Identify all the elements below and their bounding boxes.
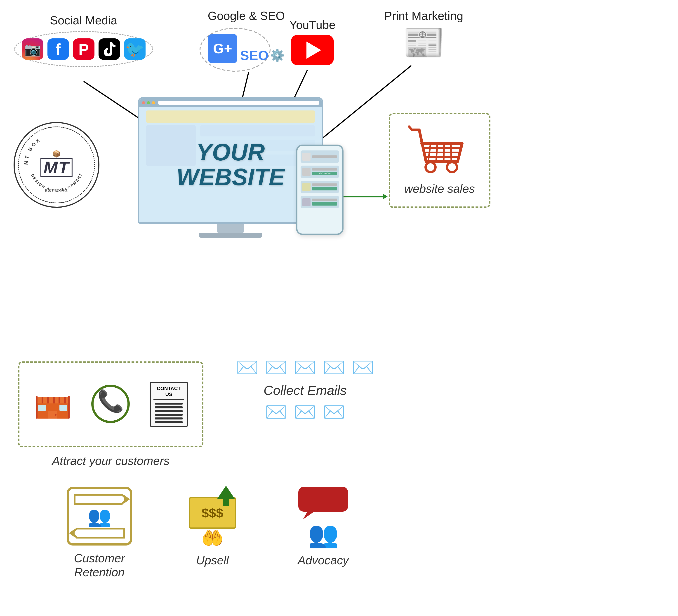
- customer-retention-label: Customer Retention: [74, 551, 125, 579]
- svg-point-21: [425, 162, 436, 172]
- phone-circle-icon: 📞: [91, 384, 130, 425]
- svg-rect-33: [38, 405, 46, 411]
- svg-point-10: [200, 28, 270, 71]
- attract-customers-section: 📞 CONTACT US: [18, 361, 203, 447]
- mt-box-logo: MT BOX DESIGN & DEVELOPMENT 📦 MT EST 200…: [13, 122, 100, 208]
- envelope-8: ✉️: [323, 401, 345, 423]
- email-icons-row1: ✉️ ✉️ ✉️ ✉️ ✉️: [226, 357, 384, 378]
- phone-item-1: [301, 151, 339, 163]
- phone-item-4: [301, 196, 339, 208]
- upsell-graphic: $$$ 🤲: [183, 486, 242, 549]
- tiktok-icon: [99, 38, 120, 60]
- store-icon: [33, 385, 72, 424]
- monitor-topbar: [139, 98, 322, 107]
- svg-line-17: [428, 144, 430, 161]
- svg-rect-34: [60, 405, 67, 411]
- add-cart-btn-1[interactable]: ADD to Cart: [312, 172, 337, 175]
- email-icons-row2: ✉️ ✉️ ✉️: [226, 401, 384, 423]
- svg-text:MT BOX: MT BOX: [23, 136, 42, 165]
- upsell-item: $$$ 🤲 Upsell: [183, 486, 242, 567]
- window-dot-yellow: [152, 101, 155, 105]
- upsell-arrow-icon: [217, 486, 235, 506]
- google-seo-label: Google & SEO: [203, 9, 289, 23]
- contact-form: CONTACT US: [150, 382, 188, 427]
- cart-icon: [408, 125, 471, 179]
- logo-est: EST 2002: [45, 189, 68, 193]
- contact-us-title: CONTACT US: [153, 385, 184, 400]
- svg-line-18: [436, 144, 437, 161]
- instagram-icon: 📷: [22, 38, 43, 60]
- svg-marker-40: [124, 495, 130, 503]
- svg-line-20: [451, 144, 451, 161]
- svg-point-32: [55, 414, 57, 416]
- monitor-stand: [217, 223, 244, 233]
- window-dot-red: [142, 101, 145, 105]
- pinterest-icon: P: [73, 38, 95, 60]
- phone-item-2: ADD to Cart: [301, 166, 339, 178]
- envelope-5: ✉️: [352, 357, 374, 378]
- envelope-3: ✉️: [294, 357, 316, 378]
- svg-marker-41: [69, 529, 75, 537]
- svg-text:👥: 👥: [87, 505, 112, 528]
- retention-arrows-icon: 👥: [66, 486, 133, 547]
- svg-point-22: [447, 162, 457, 172]
- envelope-7: ✉️: [294, 401, 316, 423]
- svg-line-23: [409, 126, 412, 130]
- print-marketing-section: Print Marketing 📰: [384, 9, 463, 59]
- retention-graphic: 👥: [66, 486, 133, 547]
- phone-item-3: [301, 181, 339, 193]
- advocacy-item: 👥 Advocacy: [292, 486, 355, 567]
- your-website-text: YOURWEBSITE: [177, 140, 285, 190]
- url-bar: [158, 101, 319, 105]
- bottom-icons-section: 👥 Customer Retention $$$ 🤲 Upsell: [41, 486, 380, 579]
- logo-circle: MT BOX DESIGN & DEVELOPMENT 📦 MT EST 200…: [13, 122, 100, 208]
- social-media-section: Social Media 📷 f P 🐦: [13, 13, 154, 67]
- print-marketing-label: Print Marketing: [384, 9, 463, 23]
- upsell-label: Upsell: [196, 553, 229, 567]
- hand-icon: 🤲: [201, 528, 224, 549]
- customer-retention-item: 👥 Customer Retention: [66, 486, 133, 579]
- envelope-4: ✉️: [323, 357, 345, 378]
- social-icons-group: 📷 f P 🐦: [14, 31, 153, 67]
- envelope-1: ✉️: [236, 357, 259, 378]
- collect-emails-label: Collect Emails: [226, 383, 384, 398]
- advocacy-label: Advocacy: [298, 553, 348, 567]
- svg-rect-44: [298, 487, 348, 511]
- twitter-icon: 🐦: [124, 38, 146, 60]
- attract-label: Attract your customers: [18, 454, 203, 467]
- play-icon: [306, 42, 321, 59]
- youtube-icon: [291, 35, 334, 65]
- social-media-label: Social Media: [13, 13, 154, 27]
- google-seo-section: Google & SEO G+ SEO ⚙️: [203, 9, 289, 68]
- youtube-section: YouTube: [289, 18, 335, 65]
- shopping-cart-box: website sales: [389, 113, 490, 208]
- advocacy-graphic: 👥: [292, 486, 355, 549]
- logo-inner-circle: MT BOX DESIGN & DEVELOPMENT 📦 MT EST 200…: [18, 126, 95, 203]
- collect-emails-section: ✉️ ✉️ ✉️ ✉️ ✉️ Collect Emails ✉️ ✉️ ✉️: [226, 357, 384, 423]
- monitor-frame: YOURWEBSITE: [138, 97, 323, 223]
- facebook-icon: f: [47, 38, 69, 60]
- svg-marker-45: [303, 511, 314, 520]
- phone-mockup: ADD to Cart: [296, 145, 343, 235]
- gear-icon: ⚙️: [270, 49, 285, 63]
- newspaper-icon: 📰: [384, 25, 463, 59]
- envelope-2: ✉️: [265, 357, 288, 378]
- svg-marker-43: [217, 486, 235, 506]
- svg-rect-36: [68, 396, 70, 419]
- logo-initials: MT: [40, 158, 73, 177]
- svg-text:📞: 📞: [97, 388, 124, 414]
- speech-bubble-icon: [296, 486, 350, 522]
- envelope-6: ✉️: [265, 401, 288, 423]
- advocacy-people-icon: 👥: [308, 520, 339, 549]
- website-sales-label: website sales: [404, 182, 475, 195]
- monitor-content: YOURWEBSITE: [139, 107, 322, 222]
- google-seo-ellipse: [199, 27, 271, 72]
- svg-rect-35: [36, 396, 38, 419]
- svg-line-19: [444, 144, 444, 161]
- window-dot-green: [147, 101, 150, 105]
- youtube-label: YouTube: [289, 18, 335, 32]
- svg-marker-9: [383, 194, 387, 199]
- main-canvas: Social Media 📷 f P 🐦 Google & SEO G+ SEO…: [0, 0, 678, 616]
- monitor-base: [199, 233, 262, 238]
